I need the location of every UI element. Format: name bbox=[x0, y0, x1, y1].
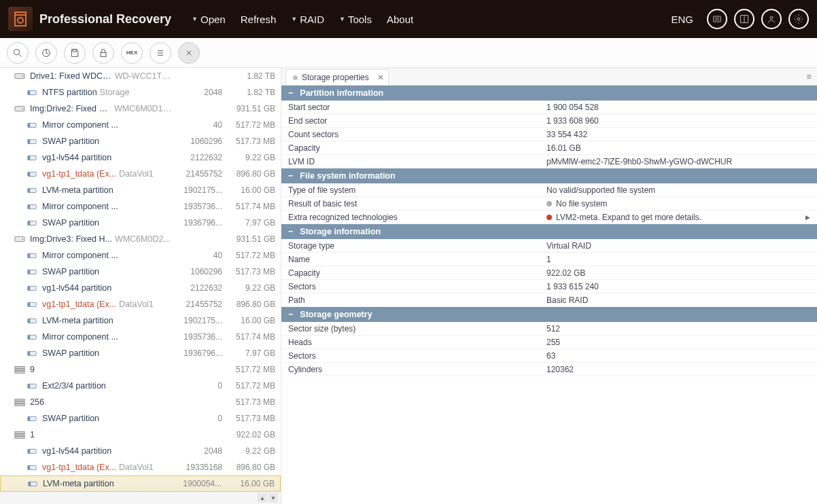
tab-close-icon[interactable]: ✕ bbox=[377, 73, 384, 82]
property-value: 16.01 GB bbox=[546, 143, 817, 153]
hex-button[interactable]: HEX bbox=[121, 42, 143, 64]
tree-row[interactable]: Mirror component ...1935736...517.74 MB bbox=[0, 198, 281, 215]
scan-button[interactable] bbox=[35, 42, 57, 64]
tree-row[interactable]: vg1-lv544 partition21226329.22 GB bbox=[0, 280, 281, 296]
item-name: SWAP partition bbox=[42, 137, 99, 146]
menu-open[interactable]: ▼Open bbox=[192, 14, 226, 25]
item-name: vg1-lv544 partition bbox=[42, 153, 111, 162]
scroll-up-icon[interactable]: ▲ bbox=[258, 493, 267, 503]
svg-rect-16 bbox=[28, 123, 31, 127]
tree-row[interactable]: Img:Drive3: Fixed H...WMC6M0D2...931.51 … bbox=[0, 231, 281, 247]
tree-row[interactable]: SWAP partition1936796...7.97 GB bbox=[0, 345, 281, 361]
item-name: 1 bbox=[30, 430, 35, 439]
tree-row[interactable]: vg1-tp1_tdata (Ex...DataVol121455752896.… bbox=[0, 166, 281, 182]
svg-rect-24 bbox=[28, 188, 31, 192]
scrollbar[interactable]: ▲ ▼ bbox=[0, 492, 281, 504]
user-button[interactable] bbox=[761, 9, 782, 29]
item-size: 896.80 GB bbox=[228, 169, 275, 179]
scroll-down-icon[interactable]: ▼ bbox=[268, 493, 278, 503]
item-sector: 1936796... bbox=[173, 218, 228, 228]
list-button[interactable] bbox=[150, 42, 171, 64]
item-size: 517.74 MB bbox=[228, 202, 275, 211]
item-size: 896.80 GB bbox=[228, 300, 275, 309]
property-row: PathBasic RAID bbox=[281, 293, 817, 307]
item-sector: 0 bbox=[173, 414, 228, 423]
report-button[interactable] bbox=[707, 9, 727, 29]
storage-tree[interactable]: Drive1: Fixed WDC ...WD-WCC1T0...1.82 TB… bbox=[0, 68, 281, 504]
property-key: End sector bbox=[281, 116, 546, 126]
item-size: 517.74 MB bbox=[228, 332, 275, 342]
section-header[interactable]: −Storage information bbox=[281, 224, 817, 239]
tree-row[interactable]: NTFS partitionStorage20481.82 TB bbox=[0, 84, 281, 101]
tree-row[interactable]: vg1-tp1_tdata (Ex...DataVol119335168896.… bbox=[0, 459, 281, 475]
collapse-icon: − bbox=[288, 171, 293, 181]
svg-rect-61 bbox=[28, 465, 31, 469]
tree-row[interactable]: Mirror component ...40517.72 MB bbox=[0, 117, 281, 133]
tree-row[interactable]: SWAP partition1060296517.73 MB bbox=[0, 133, 281, 149]
property-key: Cylinders bbox=[281, 365, 546, 374]
tree-row[interactable]: Ext2/3/4 partition0517.72 MB bbox=[0, 378, 281, 394]
tree-row[interactable]: vg1-lv544 partition20489.22 GB bbox=[0, 443, 281, 459]
raid-icon bbox=[14, 365, 26, 374]
save-button[interactable] bbox=[64, 42, 86, 64]
tab-label: Storage properties bbox=[302, 73, 369, 82]
tree-row[interactable]: Mirror component ...1935736...517.74 MB bbox=[0, 329, 281, 345]
item-size: 517.72 MB bbox=[228, 120, 275, 130]
language-selector[interactable]: ENG bbox=[671, 14, 693, 25]
property-key: Name bbox=[281, 255, 546, 264]
section-header[interactable]: −Partition information bbox=[281, 86, 817, 101]
property-row: Type of file systemNo valid/supported fi… bbox=[281, 183, 817, 197]
tree-row[interactable]: LVM-meta partition1902175...16.00 GB bbox=[0, 312, 281, 329]
expand-arrow-icon[interactable]: ▶ bbox=[805, 214, 810, 221]
tree-row[interactable]: Mirror component ...40517.72 MB bbox=[0, 247, 281, 264]
tree-row[interactable]: LVM-meta partition1900054...16.00 GB bbox=[0, 475, 281, 492]
item-extra: Storage bbox=[100, 88, 130, 97]
item-name: vg1-lv544 partition bbox=[42, 446, 111, 456]
search-button[interactable] bbox=[7, 42, 29, 64]
svg-rect-22 bbox=[28, 172, 31, 176]
disk-icon bbox=[14, 234, 26, 244]
property-value: 255 bbox=[546, 338, 817, 347]
tree-row[interactable]: vg1-tp1_tdata (Ex...DataVol121455752896.… bbox=[0, 296, 281, 312]
part-icon bbox=[27, 479, 39, 488]
tab-menu-icon[interactable]: ≡ bbox=[801, 68, 817, 85]
layout-button[interactable] bbox=[734, 9, 754, 29]
property-key: Path bbox=[281, 295, 546, 305]
section-header[interactable]: −Storage geometry bbox=[281, 307, 817, 322]
close-button[interactable] bbox=[178, 42, 200, 64]
item-extra: WMC6M0D1P... bbox=[114, 104, 174, 113]
menu-raid[interactable]: ▼RAID bbox=[291, 14, 324, 25]
tree-row[interactable]: Drive1: Fixed WDC ...WD-WCC1T0...1.82 TB bbox=[0, 68, 281, 84]
property-row: Result of basic testNo file system bbox=[281, 197, 817, 211]
tree-row[interactable]: 1922.02 GB bbox=[0, 427, 281, 443]
property-value: 1 933 615 240 bbox=[546, 282, 817, 291]
lock-button[interactable] bbox=[92, 42, 114, 64]
property-value: No valid/supported file system bbox=[546, 185, 817, 195]
svg-rect-36 bbox=[28, 286, 31, 290]
tree-row[interactable]: 9517.72 MB bbox=[0, 361, 281, 378]
section-header[interactable]: −File system information bbox=[281, 168, 817, 183]
svg-point-14 bbox=[22, 108, 24, 109]
item-name: vg1-tp1_tdata (Ex... bbox=[42, 169, 116, 179]
item-size: 922.02 GB bbox=[228, 430, 275, 439]
menu-tools[interactable]: ▼Tools bbox=[339, 14, 372, 25]
menu-refresh[interactable]: Refresh bbox=[241, 14, 277, 25]
svg-point-0 bbox=[18, 18, 23, 23]
tree-row[interactable]: SWAP partition1936796...7.97 GB bbox=[0, 215, 281, 231]
svg-point-10 bbox=[22, 75, 24, 77]
property-row: Count sectors33 554 432 bbox=[281, 128, 817, 141]
tree-row[interactable]: SWAP partition0517.73 MB bbox=[0, 410, 281, 427]
menu-about[interactable]: About bbox=[387, 14, 413, 25]
svg-rect-32 bbox=[28, 253, 31, 257]
item-size: 9.22 GB bbox=[228, 283, 275, 293]
settings-button[interactable] bbox=[788, 9, 809, 29]
tree-row[interactable]: LVM-meta partition1902175...16.00 GB bbox=[0, 182, 281, 198]
tree-row[interactable]: SWAP partition1060296517.73 MB bbox=[0, 264, 281, 280]
tree-row[interactable]: vg1-lv544 partition21226329.22 GB bbox=[0, 149, 281, 166]
tab-storage-properties[interactable]: Storage properties ✕ bbox=[285, 69, 389, 85]
property-value: 1 bbox=[546, 255, 817, 264]
tree-row[interactable]: 256517.73 MB bbox=[0, 394, 281, 410]
svg-rect-20 bbox=[28, 156, 31, 160]
tree-row[interactable]: Img:Drive2: Fixed H...WMC6M0D1P...931.51… bbox=[0, 101, 281, 117]
item-size: 931.51 GB bbox=[228, 104, 275, 113]
